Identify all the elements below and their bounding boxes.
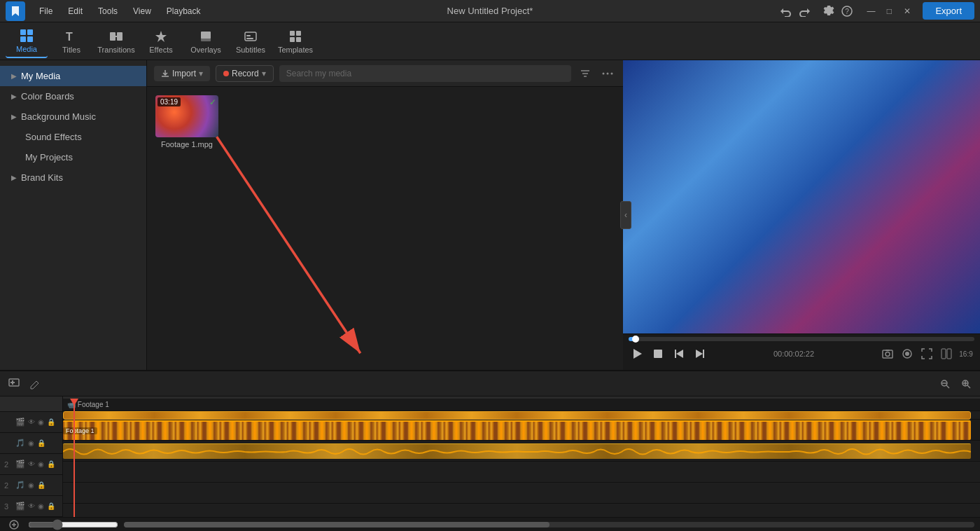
- menu-view[interactable]: View: [126, 4, 158, 19]
- zoom-slider[interactable]: [28, 519, 118, 530]
- scrollbar-thumb[interactable]: [124, 522, 550, 527]
- track-row-1-video: 📹 Footage 1: [63, 399, 980, 420]
- track-1-video-lock[interactable]: 🔒: [47, 418, 55, 426]
- add-track-button[interactable]: [6, 516, 22, 532]
- track-1-video-eye[interactable]: 👁: [28, 418, 35, 426]
- sidebar-item-color-boards[interactable]: ▶ Color Boards: [0, 86, 146, 106]
- timeline-zoom-out[interactable]: [937, 375, 953, 392]
- sidebar-item-my-media[interactable]: ▶ My Media: [0, 66, 146, 86]
- track-headers: 🎬 👁 ◉ 🔒 🎵 ◉ 🔒 2 🎬 👁 ◉ 🔒 2 🎵: [0, 396, 63, 517]
- track-row-3-video: [63, 504, 980, 517]
- help-icon[interactable]: ?: [839, 3, 855, 20]
- svg-rect-6: [27, 36, 33, 42]
- minimize-icon[interactable]: —: [862, 3, 879, 20]
- track-2-audio-eye[interactable]: ◉: [28, 481, 34, 489]
- video-clip-main[interactable]: Footage 1: [63, 420, 971, 440]
- tab-transitions[interactable]: Transitions: [95, 25, 137, 58]
- collapse-panel-button[interactable]: ‹: [620, 201, 631, 229]
- tab-subtitles[interactable]: Subtitles: [230, 25, 272, 58]
- tab-templates[interactable]: Templates: [274, 25, 316, 58]
- svg-rect-18: [290, 37, 295, 42]
- track-2-audio-lock[interactable]: 🔒: [37, 481, 46, 489]
- menu-playback[interactable]: Playback: [160, 4, 208, 19]
- stop-button[interactable]: [650, 345, 666, 362]
- aspect-ratio-button[interactable]: 16:9: [958, 345, 974, 362]
- sidebar-item-sound-effects[interactable]: Sound Effects: [0, 127, 146, 147]
- menu-file[interactable]: File: [32, 4, 59, 19]
- preview-progress-bar[interactable]: [629, 337, 974, 341]
- tab-media[interactable]: Media: [6, 25, 48, 58]
- time-display: 00:00:02:22: [774, 350, 814, 358]
- timeline-toolbar: [0, 371, 980, 396]
- timeline-zoom-in[interactable]: [958, 375, 974, 392]
- svg-rect-36: [941, 349, 946, 359]
- preview-background: [623, 60, 980, 333]
- track-3-video-lock[interactable]: 🔒: [47, 502, 55, 510]
- menu-edit[interactable]: Edit: [61, 4, 90, 19]
- project-title: New Untitled Project*: [447, 6, 533, 16]
- timeline-add-button[interactable]: [6, 375, 22, 392]
- media-thumbnail: 03:19 ✓: [155, 95, 218, 137]
- svg-rect-12: [201, 32, 211, 39]
- undo-redo-group: [777, 3, 813, 20]
- svg-rect-28: [675, 350, 676, 358]
- fullscreen-button[interactable]: [918, 345, 935, 362]
- svg-rect-4: [27, 29, 33, 35]
- maximize-icon[interactable]: □: [881, 3, 897, 20]
- menu-tools[interactable]: Tools: [91, 4, 125, 19]
- progress-handle[interactable]: [632, 336, 639, 343]
- controls-row: 00:00:02:22 16:9: [629, 345, 974, 362]
- more-icon[interactable]: [599, 65, 616, 82]
- track-1-audio-eye[interactable]: ◉: [28, 439, 34, 447]
- record-button[interactable]: Record ▾: [216, 65, 274, 82]
- play-button[interactable]: [629, 345, 645, 362]
- close-icon[interactable]: ✕: [899, 3, 916, 20]
- audio-clip-1[interactable]: [63, 443, 971, 459]
- search-input[interactable]: [279, 65, 571, 82]
- svg-point-35: [905, 352, 909, 356]
- svg-marker-27: [676, 350, 683, 358]
- playback-controls: [629, 345, 708, 362]
- track-row-2-video: [63, 462, 980, 483]
- media-checkmark: ✓: [209, 97, 216, 107]
- tab-titles[interactable]: T Titles: [50, 25, 92, 58]
- media-item-footage1[interactable]: 03:19 ✓ Footage 1.mpg: [155, 95, 218, 149]
- tab-overlays[interactable]: Overlays: [185, 25, 227, 58]
- svg-rect-15: [246, 38, 253, 39]
- playhead[interactable]: [74, 399, 75, 517]
- timeline-scrollbar[interactable]: [124, 522, 974, 527]
- next-frame-button[interactable]: [692, 345, 708, 362]
- media-content: 03:19 ✓ Footage 1.mpg: [147, 87, 623, 370]
- export-button[interactable]: Export: [923, 2, 974, 20]
- timeline-ruler-area[interactable]: 00:00 00:12:00 00:24:00 00:36:00 00:48:0…: [63, 396, 980, 517]
- record-screen-button[interactable]: [899, 345, 916, 362]
- video-clip-1[interactable]: [63, 411, 971, 420]
- split-view-button[interactable]: [938, 345, 955, 362]
- settings-icon[interactable]: [820, 3, 837, 20]
- track-2-video-mute[interactable]: ◉: [38, 460, 44, 468]
- track-header-3-video: 3 🎬 👁 ◉ 🔒: [0, 496, 62, 517]
- sidebar-item-brand-kits[interactable]: ▶ Brand Kits: [0, 167, 146, 188]
- undo-button[interactable]: [777, 3, 794, 20]
- track-3-video-eye[interactable]: 👁: [28, 502, 35, 510]
- svg-rect-16: [290, 31, 295, 36]
- track-1-video-mute[interactable]: ◉: [38, 418, 44, 426]
- sidebar-item-background-music[interactable]: ▶ Background Music: [0, 106, 146, 127]
- track-header-1-audio: 🎵 ◉ 🔒: [0, 433, 62, 454]
- filter-icon[interactable]: [577, 65, 594, 82]
- import-button[interactable]: Import ▾: [154, 66, 210, 81]
- timeline-edit-button[interactable]: [27, 375, 43, 392]
- track-2-video-lock[interactable]: 🔒: [47, 460, 55, 468]
- prev-frame-button[interactable]: [671, 345, 687, 362]
- redo-button[interactable]: [797, 3, 813, 20]
- svg-rect-30: [703, 350, 704, 358]
- tracks-area: 📹 Footage 1 Footage 1: [63, 399, 980, 517]
- svg-text:?: ?: [846, 8, 850, 15]
- track-2-video-eye[interactable]: 👁: [28, 460, 35, 468]
- svg-marker-10: [155, 31, 167, 42]
- track-1-audio-lock[interactable]: 🔒: [37, 439, 46, 447]
- screenshot-button[interactable]: [879, 345, 896, 362]
- tab-effects[interactable]: Effects: [140, 25, 182, 58]
- track-3-video-mute[interactable]: ◉: [38, 502, 44, 510]
- sidebar-item-my-projects[interactable]: My Projects: [0, 147, 146, 167]
